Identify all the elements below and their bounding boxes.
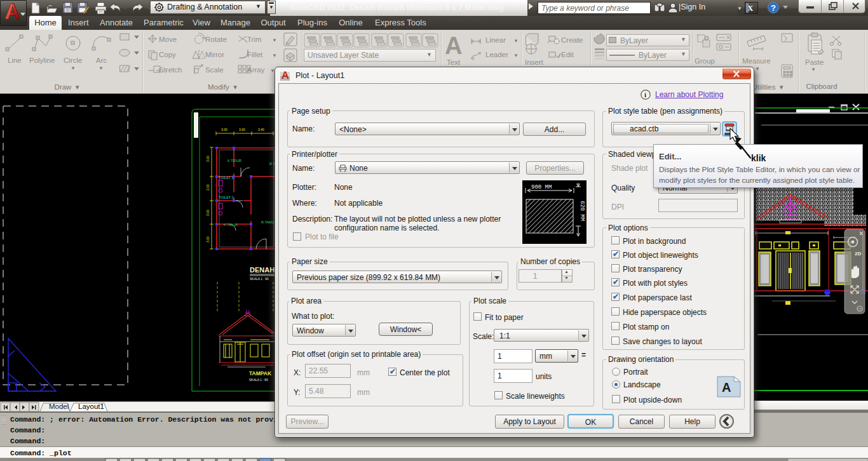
svg-text:R.TAMU: R.TAMU (261, 220, 275, 224)
svg-text:SKALA 1 : 80: SKALA 1 : 80 (249, 378, 268, 382)
svg-text:3.00: 3.00 (221, 128, 227, 131)
svg-text:i: i (644, 91, 646, 98)
svg-text:K.TIDUR: K.TIDUR (227, 159, 241, 163)
svg-text:K.TIDUR: K.TIDUR (224, 223, 238, 227)
svg-text:3.00: 3.00 (206, 236, 210, 243)
svg-text:DENAH: DENAH (250, 266, 275, 274)
svg-text:A: A (722, 380, 731, 394)
svg-text:TAMPAK: TAMPAK (249, 370, 272, 377)
svg-text:2D: 2D (855, 251, 861, 257)
svg-text:2.00: 2.00 (206, 184, 210, 190)
svg-text:900 MM: 900 MM (531, 184, 552, 190)
svg-text:3.40: 3.40 (258, 128, 264, 131)
svg-text:?: ? (771, 3, 776, 13)
svg-text:A: A (445, 32, 462, 59)
svg-text:3.00: 3.00 (206, 156, 210, 162)
svg-text:3.00: 3.00 (239, 128, 245, 131)
svg-text:TOILET 2: TOILET 2 (219, 196, 234, 199)
svg-text:620 MM: 620 MM (579, 201, 585, 221)
svg-text:3.00: 3.00 (206, 210, 210, 216)
svg-text:TOILET 1: TOILET 1 (219, 176, 234, 180)
svg-text:SKALA 1 : 60: SKALA 1 : 60 (250, 277, 269, 281)
